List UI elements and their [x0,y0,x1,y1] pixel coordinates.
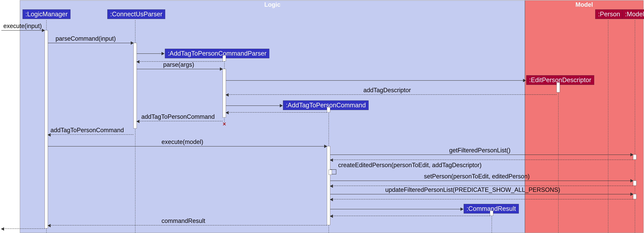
msg-execute-model: execute(model) [162,138,203,146]
arrow-return-external [1,229,44,229]
msg-return-command-2: addTagToPersonCommand [50,127,124,134]
arrow-create-parser [137,53,164,54]
arrow-create-result [330,209,463,209]
lifeline-command-result [492,215,492,233]
arrow-return-get-filtered [330,160,633,160]
participant-logic-manager: :LogicManager [22,9,70,19]
activation-add-tag-parser-1 [222,55,226,61]
arrow-create-command [226,105,282,106]
lifeline-model [635,20,635,233]
participant-edit-person-descriptor: :EditPersonDescriptor [526,75,594,85]
msg-set-person: setPerson(personToEdit, editedPerson) [424,173,530,180]
arrow-return-set-person [330,186,633,186]
participant-connect-us-parser: :ConnectUsParser [107,9,165,19]
arrow-get-filtered [330,155,633,155]
activation-edit-person-descriptor [556,82,560,92]
partition-model: Model [525,0,644,233]
msg-get-filtered: getFilteredPersonList() [449,147,510,154]
arrow-return-command-2 [48,134,134,135]
activation-add-tag-command-2 [327,146,330,225]
msg-parse-command: parseCommand(input) [56,35,116,42]
arrow-parse-args [137,69,222,69]
arrow-execute-input [1,30,44,30]
activation-add-tag-command-1 [327,107,330,112]
msg-parse-args: parse(args) [163,61,194,68]
participant-model: :Model [622,9,644,19]
activation-logic-manager [44,30,48,229]
msg-add-tag-descriptor: addTagDescriptor [364,87,411,94]
arrow-execute-model [48,146,327,147]
activation-connect-us-parser [134,43,137,129]
arrow-return-command-1 [137,121,222,121]
activation-self-call [328,170,332,175]
activation-model-3 [633,194,636,199]
activation-add-tag-parser-2 [222,69,226,118]
arrow-return-descriptor [226,94,556,95]
arrow-return-result [330,216,490,216]
activation-model-2 [633,181,636,186]
arrow-return-update-filtered [330,199,633,199]
msg-command-result: commandResult [162,217,205,225]
arrow-parse-command [48,43,134,43]
lifeline-person [608,20,608,233]
participant-add-tag-parser: :AddTagToPersonCommandParser [165,49,269,58]
msg-create-edited-person: createEditedPerson(personToEdit, addTagD… [338,162,482,169]
activation-command-result [490,211,493,216]
arrow-return-command-result [48,225,327,226]
arrow-update-filtered [330,194,633,194]
destroy-parser: ✕ [222,121,226,127]
arrow-return-create-command [226,112,327,113]
partition-logic-title: Logic [20,1,525,8]
participant-person: :Person [595,9,623,19]
arrow-create-descriptor [226,80,526,81]
partition-model-title: Model [525,1,643,8]
arrow-set-person [330,181,633,181]
activation-model-1 [633,155,636,160]
msg-update-filtered: updateFilteredPersonList(PREDICATE_SHOW_… [385,186,560,193]
msg-return-command-1: addTagToPersonCommand [141,113,215,120]
participant-add-tag-command: :AddTagToPersonCommand [283,100,368,110]
msg-execute-input: execute(input) [3,22,42,29]
lifeline-edit-person-descriptor [558,86,558,233]
